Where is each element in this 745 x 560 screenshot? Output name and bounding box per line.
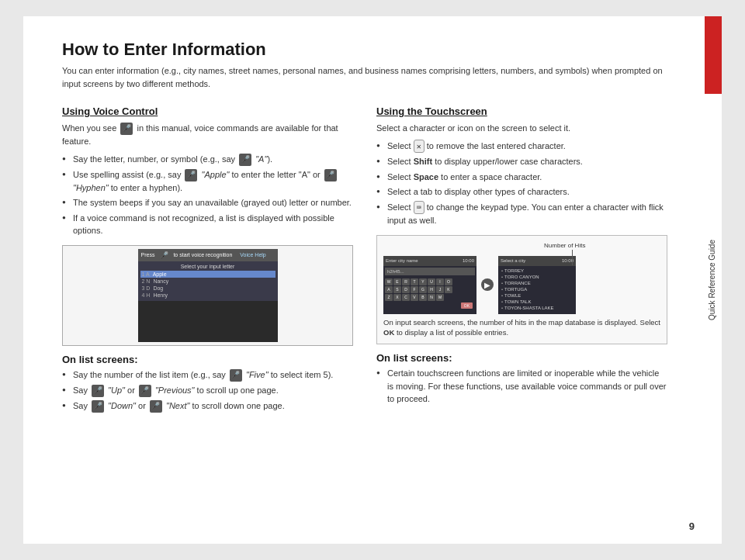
arrow-button: ▶	[481, 278, 494, 291]
diag-topbar-text-2: Select a city	[501, 258, 525, 263]
scr-prompt: Select your input letter	[140, 264, 275, 269]
bullet-item: Say the number of the list item (e.g., s…	[62, 368, 353, 382]
scr-topbar-text: Press	[141, 252, 155, 258]
diag-topbar-text-1: Enter city name	[386, 258, 418, 263]
voice-icon	[150, 400, 162, 413]
diag-list-item: TORO CANYON	[501, 274, 573, 280]
diag-key: T	[411, 278, 418, 285]
diag-key: E	[393, 278, 401, 285]
voice-icon	[92, 400, 104, 413]
scr-content: Select your input letter 1 A Apple 2 N N…	[138, 261, 278, 301]
side-label-text: Quick Reference Guide	[708, 240, 716, 320]
diag-key: C	[402, 294, 410, 301]
page-number: 9	[689, 520, 695, 532]
scr-item-name: Apple	[153, 271, 167, 277]
scr-num: 2 N	[142, 278, 151, 284]
left-column: Using Voice Control When you see in this…	[62, 105, 353, 420]
diag-kbd-row: W E R T Y U I O	[385, 278, 475, 285]
diag-topbar-1: Enter city name 10:00	[383, 256, 476, 266]
diag-list-item: TORRANCE	[501, 280, 573, 286]
diag-key: O	[445, 278, 452, 285]
bullet-item: Certain touchscreen functions are limite…	[376, 367, 667, 406]
voice-control-bullets: Say the letter, number, or symbol (e.g.,…	[62, 153, 353, 237]
diagram-inner: Enter city name 10:00 h2h45... W E	[383, 256, 660, 314]
diagram-screens-row: Enter city name 10:00 h2h45... W E	[383, 256, 660, 314]
diag-screen-2: Select a city 10:00 TORREY TORO CANYON T…	[498, 256, 576, 314]
diag-key: J	[436, 286, 444, 293]
on-list-title-right: On list screens:	[376, 352, 667, 364]
bullet-item: Select ⌨ to change the keypad type. You …	[376, 201, 667, 227]
bullet-item: Say "Up" or "Previous" to scroll up one …	[62, 384, 353, 397]
diag-topbar-2: Select a city 10:00	[498, 256, 576, 266]
scr-num: 3 D	[142, 285, 151, 291]
voice-icon	[185, 169, 197, 181]
two-col-layout: Using Voice Control When you see in this…	[62, 105, 667, 420]
diag-key: R	[402, 278, 410, 285]
scr-list-item: 3 D Dog	[140, 285, 275, 292]
diag-key: G	[419, 286, 427, 293]
diag-key: K	[445, 286, 452, 293]
bullet-item: Select a tab to display other types of c…	[376, 185, 667, 199]
diag-key: N	[428, 294, 435, 301]
scr-num: 4 H	[142, 292, 151, 298]
diag-key: S	[393, 286, 401, 293]
diag-key: M	[436, 294, 444, 301]
scr-num: 1 A	[142, 271, 150, 277]
diag-key: V	[411, 294, 418, 301]
screenshot-inner: Press to start voice recognition Voice H…	[138, 249, 278, 342]
scr-voice-help: Voice Help	[240, 252, 265, 258]
diag-screen-1: Enter city name 10:00 h2h45... W E	[383, 256, 476, 314]
diag-key: B	[419, 294, 427, 301]
diag-input-bar: h2h45...	[385, 268, 475, 275]
touchscreen-intro: Select a character or icon on the screen…	[376, 122, 667, 135]
kbd-keypad: ⌨	[414, 201, 424, 214]
diag-keyboard: W E R T Y U I O	[383, 277, 476, 311]
on-list-bullets-left: Say the number of the list item (e.g., s…	[62, 368, 353, 413]
scr-topbar-text2: to start voice recognition	[173, 252, 232, 258]
diag-kbd-row: Z X C V B N M	[385, 294, 475, 301]
scr-list-item: 1 A Apple	[140, 271, 275, 278]
diag-input-text: h2h45...	[387, 269, 404, 274]
diag-key: W	[385, 278, 393, 285]
voice-control-title: Using Voice Control	[62, 105, 353, 117]
voice-icon	[324, 169, 337, 181]
diag-key: F	[411, 286, 418, 293]
diag-list-item: TOYON-SHASTA LAKE	[501, 305, 573, 311]
side-label-container: Quick Reference Guide	[705, 16, 722, 544]
voice-screenshot: Press to start voice recognition Voice H…	[62, 245, 353, 346]
diag-key: Z	[385, 294, 393, 301]
bullet-item: Say the letter, number, or symbol (e.g.,…	[62, 153, 353, 166]
touchscreen-title: Using the Touchscreen	[376, 105, 667, 117]
diagram-caption: On input search screens, the number of h…	[383, 317, 660, 338]
bullet-item: Say "Down" or "Next" to scroll down one …	[62, 399, 353, 413]
diag-kbd-row: A S D F G H J K	[385, 286, 475, 293]
page-title: How to Enter Information	[62, 40, 667, 60]
scr-item-name: Nancy	[153, 278, 168, 284]
diag-list-item: TOWN TALK	[501, 299, 573, 305]
bullet-item: Use spelling assist (e.g., say "Apple" t…	[62, 168, 353, 195]
diag-list: TORREY TORO CANYON TORRANCE TORTUGA TOWL…	[498, 266, 576, 313]
voice-icon	[139, 385, 151, 397]
on-list-title-left: On list screens:	[62, 354, 353, 365]
scr-voice-icon	[159, 251, 168, 260]
diag-key: A	[385, 286, 393, 293]
scr-list: 1 A Apple 2 N Nancy 3 D Dog	[140, 271, 275, 299]
diag-ok-row: OK	[385, 302, 475, 309]
diag-key: I	[436, 278, 444, 285]
page-subtitle: You can enter information (e.g., city na…	[62, 64, 667, 90]
ok-button[interactable]: OK	[461, 302, 473, 309]
scr-item-name: Dog	[153, 285, 163, 291]
diag-time-1: 10:00	[463, 258, 474, 263]
bullet-item: Select Space to enter a space character.	[376, 171, 667, 184]
bullet-item: The system beeps if you say an unavailab…	[62, 196, 353, 209]
diag-list-item: TOWLE	[501, 292, 573, 299]
scr-item-name: Henry	[153, 292, 168, 298]
kbd-x: ✕	[414, 140, 424, 153]
voice-control-intro: When you see in this manual, voice comma…	[62, 122, 353, 148]
bullet-item: Select Shift to display upper/lower case…	[376, 155, 667, 168]
on-list-bullets-right: Certain touchscreen functions are limite…	[376, 367, 667, 406]
touchscreen-bullets: Select ✕ to remove the last entered char…	[376, 140, 667, 227]
scr-list-item: 2 N Nancy	[140, 278, 275, 285]
diag-list-item: TORTUGA	[501, 286, 573, 292]
page-container: Quick Reference Guide 9 How to Enter Inf…	[23, 16, 722, 544]
